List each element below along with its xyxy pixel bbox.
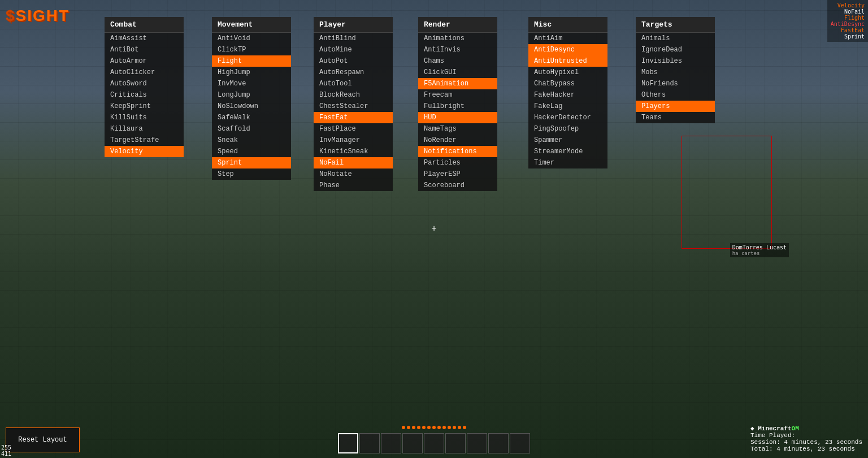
targets-mobs[interactable]: Mobs [636,67,715,78]
player-antiblind[interactable]: AntiBlind [314,33,393,44]
misc-hackerdetector[interactable]: HackerDetector [528,112,607,123]
dot-1 [402,426,405,429]
dot-5 [422,426,426,429]
render-clickgui[interactable]: ClickGUI [418,67,497,78]
player-nofail[interactable]: NoFail [314,157,393,168]
combat-autosword[interactable]: AutoSword [105,78,184,89]
render-particles[interactable]: Particles [418,157,497,168]
mc-logo-text: ◆ [750,425,754,432]
render-freecam[interactable]: Freecam [418,89,497,101]
panel-movement: Movement AntiVoid ClickTP Flight HighJum… [212,17,291,180]
movement-longjump[interactable]: LongJump [212,89,291,101]
player-invmanager[interactable]: InvManager [314,135,393,146]
player-blockreach[interactable]: BlockReach [314,89,393,101]
hotbar-slot-6[interactable] [445,433,466,453]
hotbar-slot-8[interactable] [488,433,509,453]
misc-spammer[interactable]: Spammer [528,135,607,146]
target-box [682,136,772,249]
player-autotool[interactable]: AutoTool [314,78,393,89]
misc-chatbypass[interactable]: ChatBypass [528,78,607,89]
misc-fakelag[interactable]: FakeLag [528,101,607,112]
movement-noslowdown[interactable]: NoSlowdown [212,101,291,112]
render-fullbright[interactable]: Fullbright [418,101,497,112]
render-hud[interactable]: HUD [418,112,497,123]
combat-antibot[interactable]: AntiBot [105,44,184,55]
render-playeresp[interactable]: PlayerESP [418,168,497,180]
misc-fakehacker[interactable]: FakeHacker [528,89,607,101]
movement-flight[interactable]: Flight [212,55,291,67]
combat-aimassist[interactable]: AimAssist [105,33,184,44]
player-fasteat[interactable]: FastEat [314,112,393,123]
misc-autohypixel[interactable]: AutoHypixel [528,67,607,78]
player-autorespawn[interactable]: AutoRespawn [314,67,393,78]
render-f5animation[interactable]: F5Animation [418,78,497,89]
render-animations[interactable]: Animations [418,33,497,44]
reset-layout-button[interactable]: Reset Layout [6,427,80,452]
movement-step[interactable]: Step [212,168,291,180]
targets-animals[interactable]: Animals [636,33,715,44]
ui-layer: $SIGHT Velocity NoFail Flight AntiDesync… [0,0,868,458]
targets-invisibles[interactable]: Invisibles [636,55,715,67]
combat-keepsprint[interactable]: KeepSprint [105,101,184,112]
render-chams[interactable]: Chams [418,55,497,67]
combat-autoarmor[interactable]: AutoArmor [105,55,184,67]
movement-clicktp[interactable]: ClickTP [212,44,291,55]
misc-antiaim[interactable]: AntiAim [528,33,607,44]
top-right-hud: Velocity NoFail Flight AntiDesync FastEa… [827,0,868,42]
combat-killaura[interactable]: Killaura [105,123,184,135]
movement-invmove[interactable]: InvMove [212,78,291,89]
hotbar [338,433,530,453]
player-automine[interactable]: AutoMine [314,44,393,55]
dot-8 [437,426,441,429]
targets-teams[interactable]: Teams [636,112,715,123]
player-phase[interactable]: Phase [314,180,393,191]
targets-others[interactable]: Others [636,89,715,101]
panel-targets: Targets Animals IgnoreDead Invisibles Mo… [636,17,715,123]
hotbar-slot-7[interactable] [467,433,487,453]
stats: 255 411 [1,444,11,457]
hud-velocity: Velocity [831,2,865,8]
misc-streamermode[interactable]: StreamerMode [528,146,607,157]
movement-sneak[interactable]: Sneak [212,135,291,146]
misc-antidesync[interactable]: AntiDesync [528,44,607,55]
misc-antiuntrusted[interactable]: AntiUntrusted [528,55,607,67]
movement-highjump[interactable]: HighJump [212,67,291,78]
player-autopot[interactable]: AutoPot [314,55,393,67]
render-antiinvis[interactable]: AntiInvis [418,44,497,55]
combat-targetstrafe[interactable]: TargetStrafe [105,135,184,146]
combat-criticals[interactable]: Criticals [105,89,184,101]
hotbar-slot-5[interactable] [424,433,444,453]
combat-autoclicker[interactable]: AutoClicker [105,67,184,78]
hotbar-slot-9[interactable] [510,433,530,453]
hotbar-slot-1[interactable] [338,433,358,453]
render-notifications[interactable]: Notifications [418,146,497,157]
panel-player: Player AntiBlind AutoMine AutoPot AutoRe… [314,17,393,191]
movement-sprint[interactable]: Sprint [212,157,291,168]
combat-killsuits[interactable]: KillSuits [105,112,184,123]
render-scoreboard[interactable]: Scoreboard [418,180,497,191]
hotbar-slot-3[interactable] [381,433,401,453]
render-nametags[interactable]: NameTags [418,123,497,135]
player-norotate[interactable]: NoRotate [314,168,393,180]
targets-header: Targets [636,17,715,33]
time-info: ◆ MinecraftOM Time Played: Session: 4 mi… [750,425,862,452]
player-cheststealer[interactable]: ChestStealer [314,101,393,112]
misc-timer[interactable]: Timer [528,157,607,168]
hotbar-slot-2[interactable] [359,433,380,453]
movement-scaffold[interactable]: Scaffold [212,123,291,135]
render-norender[interactable]: NoRender [418,135,497,146]
targets-ignoredead[interactable]: IgnoreDead [636,44,715,55]
player-fastplace[interactable]: FastPlace [314,123,393,135]
movement-antivoid[interactable]: AntiVoid [212,33,291,44]
combat-velocity[interactable]: Velocity [105,146,184,157]
movement-speed[interactable]: Speed [212,146,291,157]
targets-nofriends[interactable]: NoFriends [636,78,715,89]
movement-safewalk[interactable]: SafeWalk [212,112,291,123]
player-kineticsneak[interactable]: KineticSneak [314,146,393,157]
render-header: Render [418,17,497,33]
hotbar-slot-4[interactable] [402,433,423,453]
targets-players[interactable]: Players [636,101,715,112]
misc-pingspoofер[interactable]: PingSpoofер [528,123,607,135]
hud-flight: Flight [831,15,865,21]
dot-4 [417,426,420,429]
